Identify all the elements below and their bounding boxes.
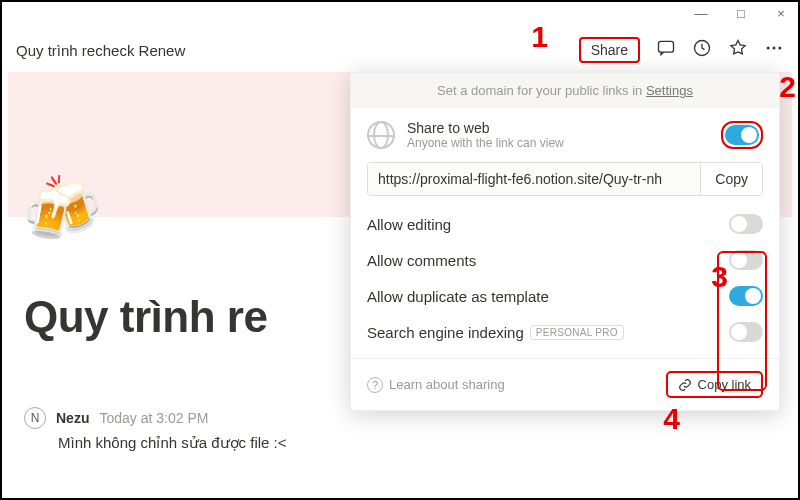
svg-point-2 <box>767 46 770 49</box>
svg-point-4 <box>778 46 781 49</box>
allow-editing-toggle[interactable] <box>729 214 763 234</box>
favorite-icon[interactable] <box>728 38 748 63</box>
allow-comments-toggle[interactable] <box>729 250 763 270</box>
allow-duplicate-label: Allow duplicate as template <box>367 288 549 305</box>
callout-4: 4 <box>663 402 680 436</box>
author-name: Nezu <box>56 410 89 426</box>
share-web-toggle[interactable] <box>725 125 759 145</box>
share-to-web-row: Share to web Anyone with the link can vi… <box>351 108 779 162</box>
allow-editing-label: Allow editing <box>367 216 451 233</box>
share-to-web-text: Share to web Anyone with the link can vi… <box>407 120 564 150</box>
callout-1: 1 <box>531 20 548 54</box>
domain-banner-text: Set a domain for your public links in <box>437 83 646 98</box>
share-popup-footer: ? Learn about sharing Copy link <box>351 358 779 410</box>
share-url-input[interactable]: https://proximal-flight-fe6.notion.site/… <box>368 163 700 195</box>
link-icon <box>678 378 692 392</box>
allow-duplicate-toggle[interactable] <box>729 286 763 306</box>
copy-link-label: Copy link <box>698 377 751 392</box>
topbar-actions: Share <box>579 37 784 63</box>
breadcrumb[interactable]: Quy trình recheck Renew <box>16 42 185 59</box>
author-time: Today at 3:02 PM <box>99 410 208 426</box>
domain-banner: Set a domain for your public links in Se… <box>351 73 779 108</box>
share-button[interactable]: Share <box>579 37 640 63</box>
share-popup: Set a domain for your public links in Se… <box>350 72 780 411</box>
window-controls: — □ × <box>690 6 792 21</box>
share-web-subtitle: Anyone with the link can view <box>407 136 564 150</box>
comments-icon[interactable] <box>656 38 676 63</box>
svg-point-3 <box>773 46 776 49</box>
search-indexing-label: Search engine indexing <box>367 324 524 341</box>
page-title[interactable]: Quy trình re <box>24 292 267 342</box>
personal-pro-badge: PERSONAL PRO <box>530 325 624 340</box>
copy-link-button[interactable]: Copy link <box>666 371 763 398</box>
callout-3: 3 <box>711 260 728 294</box>
page-emoji[interactable]: 🍻 <box>22 172 102 247</box>
callout-2: 2 <box>779 70 796 104</box>
copy-button[interactable]: Copy <box>700 163 762 195</box>
search-indexing-toggle[interactable] <box>729 322 763 342</box>
comment-text: Mình không chỉnh sửa được file :< <box>58 434 287 452</box>
globe-icon <box>367 121 395 149</box>
share-web-toggle-highlight <box>721 121 763 149</box>
author-row: N Nezu Today at 3:02 PM <box>24 407 208 429</box>
window-close[interactable]: × <box>770 6 792 21</box>
help-icon: ? <box>367 377 383 393</box>
window-minimize[interactable]: — <box>690 6 712 21</box>
topbar: Quy trình recheck Renew Share <box>2 32 798 68</box>
window-maximize[interactable]: □ <box>730 6 752 21</box>
allow-editing-row: Allow editing <box>351 206 779 242</box>
learn-label: Learn about sharing <box>389 377 505 392</box>
share-web-title: Share to web <box>407 120 564 136</box>
more-icon[interactable] <box>764 38 784 63</box>
avatar[interactable]: N <box>24 407 46 429</box>
learn-about-sharing[interactable]: ? Learn about sharing <box>367 377 505 393</box>
allow-comments-label: Allow comments <box>367 252 476 269</box>
search-indexing-row: Search engine indexing PERSONAL PRO <box>351 314 779 350</box>
settings-link[interactable]: Settings <box>646 83 693 98</box>
svg-rect-0 <box>659 41 674 52</box>
updates-icon[interactable] <box>692 38 712 63</box>
share-link-row: https://proximal-flight-fe6.notion.site/… <box>367 162 763 196</box>
